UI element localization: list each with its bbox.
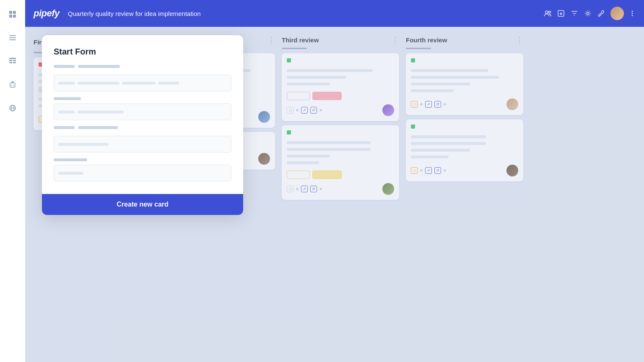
input-placeholder2a [58, 111, 75, 114]
svg-point-20 [549, 11, 551, 13]
svg-rect-11 [13, 62, 16, 63]
svg-point-24 [632, 13, 633, 14]
field2-label [54, 97, 81, 100]
input-placeholder1c [122, 82, 156, 85]
svg-point-13 [11, 85, 12, 85]
board: First review + ⋮ [25, 27, 644, 362]
field2-input[interactable] [54, 103, 231, 120]
input-placeholder1d [158, 82, 179, 85]
svg-rect-1 [13, 11, 16, 14]
field3-input[interactable] [54, 136, 231, 153]
input-placeholder3 [58, 143, 109, 146]
svg-point-14 [13, 85, 14, 85]
svg-rect-6 [9, 39, 16, 40]
sidebar-icon-globe[interactable] [5, 101, 20, 116]
field3-label-chunk1 [54, 126, 75, 129]
settings-icon[interactable] [584, 9, 592, 18]
create-new-card-button[interactable]: Create new card [54, 201, 231, 208]
sidebar-icon-robot[interactable] [5, 77, 20, 92]
field3-label-chunk2 [78, 126, 118, 129]
main-content: pipefy Quarterly quality review for idea… [25, 0, 644, 362]
sidebar-icon-table[interactable] [5, 54, 20, 69]
svg-rect-10 [9, 62, 12, 63]
team-icon[interactable] [543, 9, 552, 18]
field1-label-chunk2 [78, 65, 120, 68]
more-options-icon[interactable] [629, 10, 636, 17]
input-placeholder2b [78, 111, 124, 114]
field1-label-row [54, 65, 231, 71]
svg-rect-7 [9, 58, 16, 59]
field1-input[interactable] [54, 75, 231, 91]
sidebar-icon-grid[interactable] [5, 7, 20, 22]
svg-rect-15 [12, 82, 13, 83]
field4-label [54, 158, 87, 161]
input-placeholder1a [58, 82, 75, 85]
svg-point-25 [632, 15, 633, 16]
form-footer: Create new card [42, 194, 243, 215]
svg-rect-8 [9, 60, 12, 61]
field4-input[interactable] [54, 165, 231, 181]
logo: pipefy [34, 8, 60, 19]
svg-point-22 [587, 13, 589, 15]
start-form-modal: Start Form [42, 35, 243, 215]
svg-rect-0 [9, 11, 12, 14]
svg-rect-9 [13, 60, 16, 61]
field2-label-row [54, 97, 231, 100]
user-avatar[interactable] [610, 7, 624, 20]
input-placeholder1b [78, 82, 119, 85]
svg-rect-12 [10, 83, 15, 87]
svg-rect-2 [9, 15, 12, 18]
import-icon[interactable] [557, 9, 565, 18]
header-actions [543, 7, 636, 20]
svg-point-19 [545, 11, 548, 13]
svg-rect-3 [13, 15, 16, 18]
svg-rect-4 [9, 35, 16, 36]
field3-label-row [54, 126, 231, 132]
form-title: Start Form [54, 47, 231, 57]
sidebar [0, 0, 25, 362]
field1-label-chunk1 [54, 65, 75, 68]
svg-point-23 [632, 11, 633, 12]
input-placeholder4 [58, 172, 83, 175]
filter-icon[interactable] [570, 9, 579, 18]
wrench-icon[interactable] [597, 9, 605, 18]
field4-label-row [54, 158, 231, 161]
svg-rect-5 [9, 37, 16, 38]
header: pipefy Quarterly quality review for idea… [25, 0, 644, 27]
form-body: Start Form [42, 35, 243, 194]
page-title: Quarterly quality review for idea implem… [68, 10, 543, 17]
sidebar-icon-list[interactable] [5, 30, 20, 45]
